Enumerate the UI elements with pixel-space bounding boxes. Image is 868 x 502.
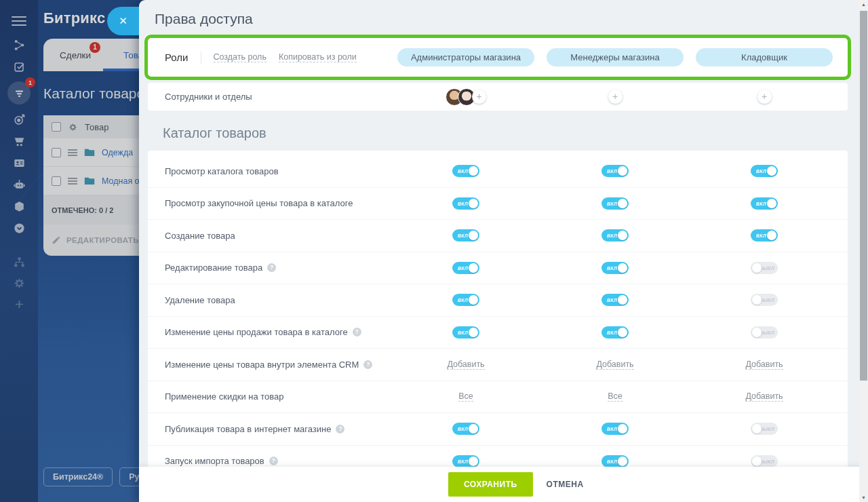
- background-page-title: Каталог товаров: [43, 85, 152, 102]
- permission-toggle-on[interactable]: ВКЛ: [601, 229, 629, 242]
- permission-toggle-on[interactable]: ВКЛ: [452, 326, 479, 339]
- permission-toggle-on[interactable]: ВКЛ: [452, 165, 479, 177]
- create-role-link[interactable]: Создать роль: [214, 52, 267, 62]
- section-title: Каталог товаров: [163, 125, 267, 141]
- add-member-button[interactable]: +: [757, 90, 772, 104]
- permission-row: Создание товараВКЛВКЛВКЛ: [148, 220, 848, 252]
- permission-row: Публикация товара в интернет магазине?ВК…: [148, 413, 848, 446]
- settings-icon: [8, 276, 30, 290]
- permissions-card: Просмотр каталога товаровВКЛВКЛВКЛПросмо…: [148, 151, 848, 502]
- permission-value-link[interactable]: Добавить: [596, 360, 633, 370]
- permission-row: Просмотр закупочной цены товара в катало…: [148, 188, 848, 220]
- permission-toggle-off[interactable]: ВЫКЛ: [751, 262, 778, 274]
- edit-pencil-icon: [52, 235, 61, 245]
- permission-toggle-on[interactable]: ВКЛ: [751, 165, 778, 177]
- permission-toggle-on[interactable]: ВКЛ: [452, 262, 479, 274]
- permission-toggle-on[interactable]: ВКЛ: [751, 229, 778, 242]
- tab-deals: 1 Сделки: [43, 50, 107, 60]
- roles-highlight-box: Роли Создать роль Копировать из роли Адм…: [144, 35, 851, 80]
- permission-toggle-on[interactable]: ВКЛ: [452, 423, 479, 435]
- save-button[interactable]: СОХРАНИТЬ: [448, 472, 533, 497]
- contacts-icon: [8, 156, 30, 170]
- permission-row: Изменение цены товара внутри элемента CR…: [148, 349, 848, 381]
- permission-value-link[interactable]: Добавить: [447, 360, 484, 370]
- tab-deals-label: Сделки: [60, 50, 91, 60]
- panel-footer: СОХРАНИТЬ ОТМЕНА: [139, 467, 868, 502]
- permission-toggle-on[interactable]: ВКЛ: [452, 294, 479, 306]
- add-icon: [8, 297, 30, 311]
- scrollbar[interactable]: ▲ ▼: [859, 0, 868, 502]
- table-header-label: Товар: [85, 122, 108, 132]
- permission-label: Просмотр каталога товаров: [148, 166, 279, 176]
- permission-row: Применение скидки на товарВсеВсеДобавить: [148, 381, 848, 414]
- permission-label: Изменение цены товара внутри элемента CR…: [148, 360, 359, 370]
- employees-row: Сотрудники и отделы + + +: [148, 83, 848, 111]
- sitemap-icon: [8, 255, 30, 269]
- row-checkbox: [52, 148, 61, 157]
- close-panel-button[interactable]: ✕: [107, 7, 139, 35]
- scrollbar-thumb[interactable]: [860, 11, 867, 381]
- permission-label: Публикация товара в интернет магазине: [148, 424, 331, 434]
- scroll-down-arrow[interactable]: ▼: [859, 495, 868, 500]
- permission-row: Изменение цены продажи товара в каталоге…: [148, 317, 848, 349]
- logo-text: Битрикс: [43, 9, 105, 26]
- permission-toggle-on[interactable]: ВКЛ: [601, 294, 629, 306]
- copy-role-link[interactable]: Копировать из роли: [279, 52, 357, 62]
- folder-icon: [84, 176, 95, 185]
- scroll-up-arrow[interactable]: ▲: [859, 2, 868, 7]
- permission-label: Создание товара: [148, 231, 235, 241]
- deals-badge: 1: [90, 42, 100, 53]
- role-button-1[interactable]: Администраторы магазина: [397, 48, 534, 66]
- help-icon[interactable]: ?: [269, 457, 278, 465]
- folder-icon: [84, 148, 95, 157]
- permission-label: Редактирование товара: [148, 263, 262, 273]
- add-member-button[interactable]: +: [472, 90, 486, 104]
- permission-label: Применение скидки на товар: [148, 391, 284, 402]
- tasks-icon: [8, 60, 30, 73]
- permission-toggle-on[interactable]: ВКЛ: [601, 197, 629, 210]
- permission-toggle-on[interactable]: ВКЛ: [601, 455, 629, 467]
- section-link: Одежда: [102, 148, 133, 157]
- help-icon[interactable]: ?: [336, 425, 344, 433]
- permission-toggle-off[interactable]: ВЫКЛ: [751, 455, 778, 467]
- permission-value-link[interactable]: Все: [458, 391, 473, 402]
- permission-toggle-on[interactable]: ВКЛ: [601, 326, 629, 339]
- permission-value-link[interactable]: Добавить: [745, 360, 783, 370]
- permission-toggle-on[interactable]: ВКЛ: [601, 165, 629, 177]
- employees-label: Сотрудники и отделы: [148, 92, 252, 102]
- drag-handle-icon: [68, 148, 77, 157]
- permission-toggle-on[interactable]: ВКЛ: [452, 197, 479, 210]
- add-member-button[interactable]: +: [608, 90, 623, 104]
- permission-value-link[interactable]: Все: [608, 391, 623, 402]
- permission-toggle-on[interactable]: ВКЛ: [751, 197, 778, 210]
- roles-label: Роли: [165, 52, 189, 63]
- gear-icon: [68, 122, 78, 132]
- more-icon: [8, 221, 30, 235]
- help-icon[interactable]: ?: [267, 263, 276, 272]
- permission-toggle-off[interactable]: ВЫКЛ: [751, 294, 778, 306]
- permission-row: Просмотр каталога товаровВКЛВКЛВКЛ: [148, 155, 848, 188]
- access-rights-panel: ✕ Права доступа Роли Создать роль Копиро…: [139, 0, 868, 502]
- crm-icon: 1: [7, 81, 31, 104]
- notification-badge: 1: [25, 77, 35, 88]
- bot-icon: [8, 178, 30, 191]
- permission-label: Изменение цены продажи товара в каталоге: [148, 327, 348, 337]
- menu-toggle-icon: [12, 14, 26, 28]
- app-root: 1 Битрикс24 1 Сделки Товары Каталог това…: [0, 0, 868, 502]
- cancel-button[interactable]: ОТМЕНА: [547, 480, 584, 489]
- permission-toggle-on[interactable]: ВКЛ: [452, 229, 479, 242]
- sidebar: 1: [0, 0, 38, 502]
- help-icon[interactable]: ?: [363, 360, 372, 369]
- roles-row: Роли Создать роль Копировать из роли Адм…: [148, 38, 848, 77]
- permission-toggle-off[interactable]: ВЫКЛ: [751, 326, 778, 339]
- divider: [201, 52, 201, 64]
- permission-toggle-on[interactable]: ВКЛ: [601, 423, 629, 435]
- permission-toggle-off[interactable]: ВЫКЛ: [751, 423, 778, 435]
- role-button-3[interactable]: Кладовщик: [696, 48, 833, 66]
- store-icon: [8, 134, 30, 148]
- permission-toggle-on[interactable]: ВКЛ: [452, 455, 479, 467]
- role-button-2[interactable]: Менеджеры магазина: [547, 48, 684, 66]
- help-icon[interactable]: ?: [353, 328, 361, 336]
- permission-value-link[interactable]: Добавить: [745, 391, 783, 402]
- permission-toggle-on[interactable]: ВКЛ: [601, 262, 629, 274]
